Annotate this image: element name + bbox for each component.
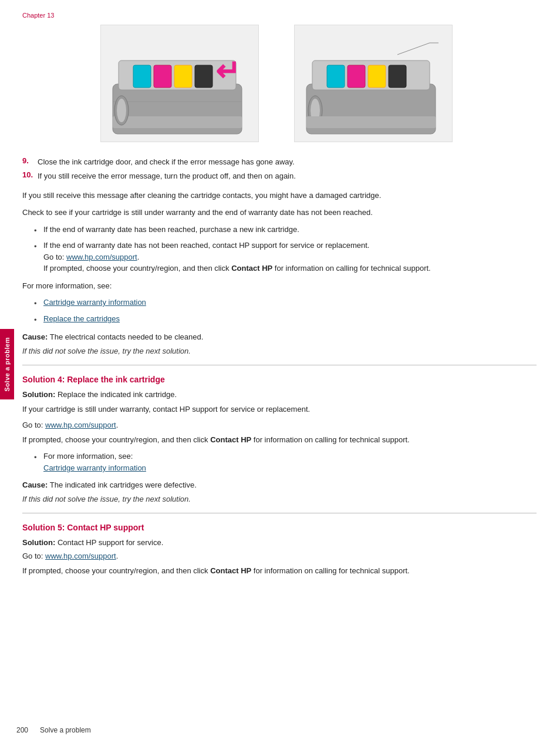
solution-4-text: Replace the indicated ink cartridge.: [58, 390, 177, 399]
cartridge-warranty-link-1[interactable]: Cartridge warranty information: [43, 297, 146, 310]
solution-4-bold-label: Solution:: [22, 390, 55, 399]
solution-4-warranty-link[interactable]: Cartridge warranty information: [43, 463, 146, 472]
bullet-item-2: • If the end of warranty date has not be…: [34, 240, 537, 274]
solution-5-text: Contact HP support for service.: [58, 538, 163, 547]
printer-image-right: [294, 25, 453, 142]
divider-2: [22, 513, 537, 513]
svg-rect-13: [327, 65, 345, 88]
replace-cartridges-link[interactable]: Replace the cartridges: [43, 313, 120, 326]
if-not-solve-1: If this did not solve the issue, try the…: [22, 347, 537, 355]
solution-5-url-period: .: [116, 552, 119, 560]
side-tab: Solve a problem: [0, 329, 14, 399]
step-9-text: Close the ink cartridge door, and check …: [38, 156, 295, 168]
cause-section-1: Cause: The electrical contacts needed to…: [22, 331, 537, 343]
cause-text-1: The electrical contacts needed to be cle…: [50, 332, 204, 341]
svg-point-10: [117, 99, 126, 122]
solution-4-cause-label: Cause:: [22, 480, 48, 489]
bullet-item-1: • If the end of warranty date has been r…: [34, 224, 537, 237]
side-tab-label: Solve a problem: [4, 337, 11, 391]
solution-4-url-period: .: [116, 421, 119, 429]
svg-rect-2: [133, 65, 151, 88]
contact-hp-bold-1: Contact HP: [231, 264, 272, 273]
page-number: 200: [16, 726, 28, 734]
solution-5-prompted2: for information on calling for technical…: [251, 566, 410, 575]
solution-4-more-info: • For more information, see: Cartridge w…: [34, 451, 537, 473]
solution-5-prompted: If prompted, choose your country/region,…: [22, 565, 537, 577]
solution-4-bullet: • For more information, see: Cartridge w…: [34, 451, 537, 473]
printer-image-left: ↵: [100, 25, 259, 142]
bullet-2c-prompted: If prompted, choose your country/region,…: [43, 264, 231, 273]
solution-5-goto: Go to: www.hp.com/support.: [22, 552, 537, 560]
solution-5-label: Solution: Contact HP support for service…: [22, 538, 537, 547]
svg-rect-21: [306, 116, 436, 128]
solution-4-para1: If your cartridge is still under warrant…: [22, 404, 537, 416]
solution-5-heading: Solution 5: Contact HP support: [22, 523, 537, 532]
step-10: 10. If you still receive the error messa…: [22, 170, 537, 182]
solution-4-cause: Cause: The indicated ink cartridges were…: [22, 479, 537, 491]
more-info-item-1: • Cartridge warranty information: [34, 297, 537, 310]
solution-4-heading: Solution 4: Replace the ink cartridge: [22, 375, 537, 384]
for-more-info-label: For more information, see:: [22, 280, 537, 293]
para-damaged-cartridge: If you still receive this message after …: [22, 190, 537, 202]
solution-4-prompted-text: If prompted, choose your country/region,…: [22, 435, 210, 444]
para-warranty-check: Check to see if your cartridge is still …: [22, 207, 537, 219]
bullet-2d-text: for information on calling for technical…: [272, 264, 431, 273]
solution-4-url[interactable]: www.hp.com/support: [45, 421, 116, 429]
bullet-2b-goto: Go to:: [43, 253, 66, 261]
solution-4-cause-text: The indicated ink cartridges were defect…: [50, 480, 197, 489]
solution-4-if-not-solve: If this did not solve the issue, try the…: [22, 495, 537, 503]
bullet-text-1: If the end of warranty date has been rea…: [43, 224, 299, 237]
solution-4-section: Solution 4: Replace the ink cartridge So…: [16, 375, 537, 503]
solution-4-goto-label: Go to:: [22, 421, 45, 429]
bullet-content-2: If the end of warranty date has not been…: [43, 240, 431, 274]
more-info-dot-1: •: [34, 298, 39, 310]
svg-rect-3: [154, 65, 171, 88]
more-info-dot-2: •: [34, 314, 39, 326]
bullet-dot-1: •: [34, 225, 39, 237]
solution-4-bullet-content: For more information, see: Cartridge war…: [43, 451, 146, 473]
solution-4-bullet-dot: •: [34, 452, 39, 473]
solution-5-contact-hp-bold: Contact HP: [210, 566, 251, 575]
step-9-num: 9.: [22, 156, 34, 168]
svg-rect-16: [389, 65, 406, 88]
steps-section: 9. Close the ink cartridge door, and che…: [22, 156, 537, 182]
solution-4-prompted2: for information on calling for technical…: [251, 435, 410, 444]
svg-text:↵: ↵: [215, 55, 240, 88]
chapter-label: Chapter 13: [22, 12, 537, 19]
solution-4-bullet-label: For more information, see:: [43, 452, 133, 461]
step-10-num: 10.: [22, 170, 34, 182]
cause-label-1: Cause:: [22, 332, 48, 341]
solution-5-bold-label: Solution:: [22, 538, 55, 547]
more-info-item-2: • Replace the cartridges: [34, 313, 537, 326]
step-10-text: If you still receive the error message, …: [38, 170, 296, 182]
svg-line-17: [397, 43, 430, 55]
svg-rect-14: [348, 65, 365, 88]
bullet-dot-2: •: [34, 241, 39, 274]
divider-1: [22, 365, 537, 365]
solution-5-prompted-text: If prompted, choose your country/region,…: [22, 566, 210, 575]
solution-5-goto-label: Go to:: [22, 552, 45, 560]
images-row: ↵: [16, 25, 537, 142]
footer-label: Solve a problem: [40, 726, 91, 734]
more-info-list: • Cartridge warranty information • Repla…: [34, 297, 537, 325]
solution-4-goto: Go to: www.hp.com/support.: [22, 421, 537, 429]
solution-4-prompted: If prompted, choose your country/region,…: [22, 434, 537, 446]
solution-4-label: Solution: Replace the indicated ink cart…: [22, 390, 537, 399]
solution-5-section: Solution 5: Contact HP support Solution:…: [16, 523, 537, 577]
bullet-2b-period: .: [137, 253, 140, 261]
solution-4-contact-hp-bold: Contact HP: [210, 435, 251, 444]
footer: 200 Solve a problem: [16, 726, 537, 734]
svg-rect-4: [174, 65, 192, 88]
svg-rect-15: [368, 65, 386, 88]
svg-rect-5: [195, 65, 212, 88]
solution-5-url[interactable]: www.hp.com/support: [45, 552, 116, 560]
step-9: 9. Close the ink cartridge door, and che…: [22, 156, 537, 168]
warranty-bullet-list: • If the end of warranty date has been r…: [34, 224, 537, 274]
bullet-2a-text: If the end of warranty date has not been…: [43, 241, 369, 250]
svg-rect-8: [113, 116, 242, 128]
url-support-link-1[interactable]: www.hp.com/support: [66, 253, 137, 261]
